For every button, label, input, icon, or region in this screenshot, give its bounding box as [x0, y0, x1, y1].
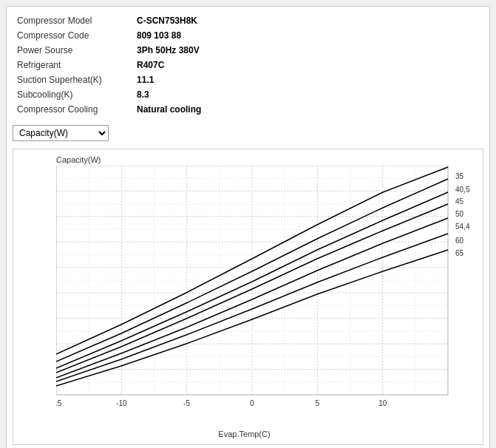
power-value: 3Ph 50Hz 380V [134, 44, 482, 57]
subcooling-value: 8.3 [134, 88, 482, 101]
svg-text:65: 65 [455, 249, 464, 257]
code-row: Compressor Code 809 103 88 [14, 29, 482, 42]
refrigerant-label: Refrigerant [14, 58, 132, 72]
superheat-row: Suction Superheat(K) 11.1 [14, 73, 482, 86]
code-label: Compressor Code [14, 29, 132, 42]
chart-x-axis-title: Evap.Temp(C) [56, 430, 432, 438]
superheat-label: Suction Superheat(K) [14, 73, 132, 86]
chart-y-axis-title: Capacity(W) [56, 155, 432, 164]
svg-text:10: 10 [378, 399, 387, 407]
subcooling-row: Subcooling(K) 8.3 [14, 88, 482, 101]
chart-container: Capacity(W) [13, 149, 483, 445]
model-label: Compressor Model [14, 14, 132, 27]
cooling-row: Compressor Cooling Natural cooling [14, 103, 482, 116]
cooling-value: Natural cooling [134, 103, 482, 116]
code-value: 809 103 88 [134, 29, 482, 42]
cooling-label: Compressor Cooling [14, 103, 132, 116]
svg-text:45: 45 [455, 197, 464, 206]
power-label: Power Sourse [14, 44, 132, 57]
svg-text:-15: -15 [56, 399, 62, 407]
svg-text:60: 60 [455, 237, 464, 245]
subcooling-label: Subcooling(K) [14, 88, 132, 101]
svg-text:50: 50 [455, 210, 464, 218]
dropdown-row[interactable]: Capacity(W) Power Input(W) COP [13, 125, 483, 141]
superheat-value: 11.1 [134, 73, 482, 86]
info-table: Compressor Model C-SCN753H8K Compressor … [13, 13, 483, 118]
svg-text:54,4: 54,4 [455, 223, 470, 231]
svg-text:0: 0 [250, 399, 254, 407]
model-value: C-SCN753H8K [134, 14, 482, 27]
chart-svg: 50000 45000 40000 35000 30000 25000 2000… [56, 166, 470, 424]
svg-text:5: 5 [316, 399, 320, 407]
refrigerant-row: Refrigerant R407C [14, 58, 482, 72]
svg-text:35: 35 [455, 172, 464, 180]
main-panel: Compressor Model C-SCN753H8K Compressor … [6, 6, 490, 448]
chart-type-select[interactable]: Capacity(W) Power Input(W) COP [13, 125, 109, 141]
svg-text:-10: -10 [116, 399, 127, 407]
svg-text:-5: -5 [183, 399, 190, 407]
refrigerant-value: R407C [134, 58, 482, 72]
model-row: Compressor Model C-SCN753H8K [14, 14, 482, 27]
power-row: Power Sourse 3Ph 50Hz 380V [14, 44, 482, 57]
svg-text:40,5: 40,5 [455, 186, 470, 194]
